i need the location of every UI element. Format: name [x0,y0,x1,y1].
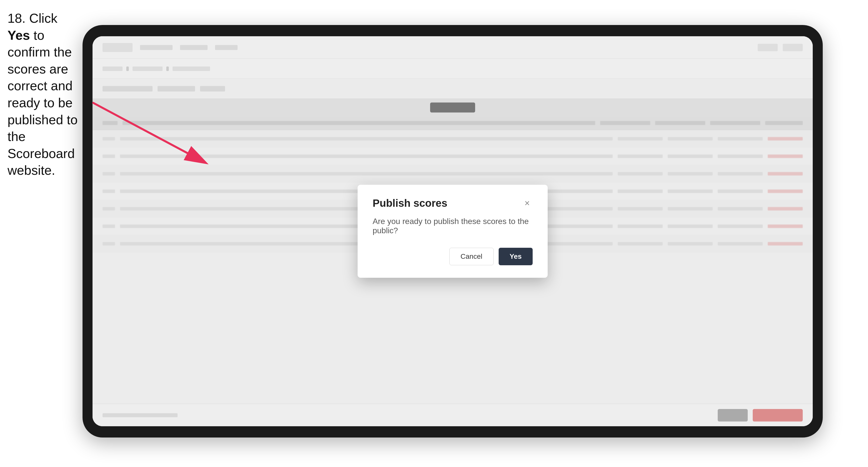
screen-content: Publish scores × Are you ready to publis… [93,36,813,426]
instruction-body: Click Yes to confirm the scores are corr… [7,11,78,178]
cancel-button[interactable]: Cancel [450,248,494,265]
modal-footer: Cancel Yes [373,248,533,265]
yes-button[interactable]: Yes [499,248,533,265]
modal-title: Publish scores [373,197,447,209]
publish-scores-modal: Publish scores × Are you ready to publis… [358,185,548,278]
modal-title-row: Publish scores × [373,197,533,209]
yes-emphasis: Yes [7,28,30,42]
modal-body-text: Are you ready to publish these scores to… [373,217,533,235]
tablet-screen: Publish scores × Are you ready to publis… [93,36,813,426]
step-number: 18. [7,11,26,26]
tablet-device: Publish scores × Are you ready to publis… [83,25,823,437]
modal-close-button[interactable]: × [522,198,533,209]
instruction-text: 18. Click Yes to confirm the scores are … [7,10,80,179]
